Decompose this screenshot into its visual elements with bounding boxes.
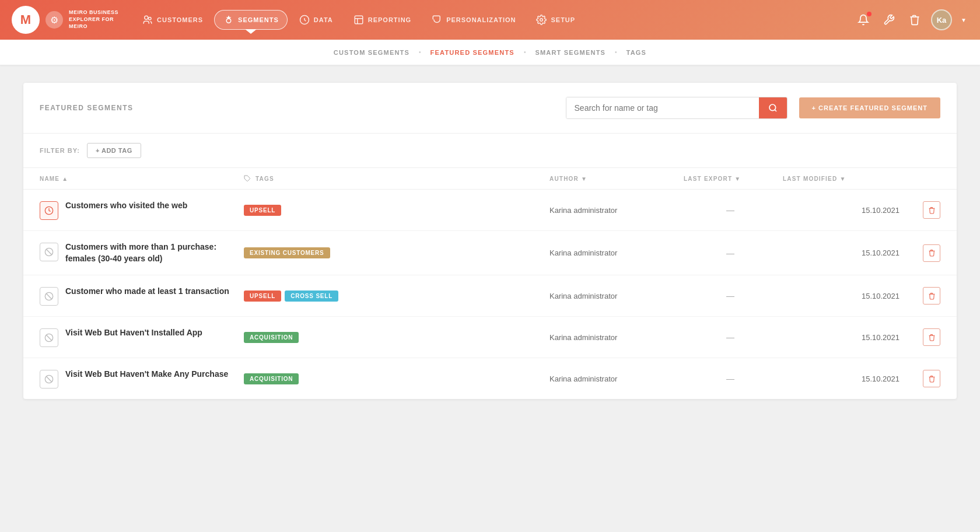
reporting-icon [353, 14, 365, 26]
tag-upsell[interactable]: UPSELL [244, 205, 281, 216]
row-icon-inactive [40, 243, 58, 261]
sub-nav-featured[interactable]: FEATURED SEGMENTS [426, 47, 519, 58]
svg-line-14 [46, 335, 51, 340]
author-sort-arrow: ▼ [581, 176, 587, 182]
col-header-author[interactable]: AUTHOR ▼ [550, 175, 678, 182]
delete-cell-5 [905, 370, 940, 387]
logo-gear-icon: ⚙ [46, 11, 63, 29]
tag-existing[interactable]: EXISTING CUSTOMERS [244, 247, 330, 258]
tag-acquisition-4[interactable]: ACQUISITION [244, 332, 299, 343]
svg-line-16 [46, 376, 51, 382]
modified-5: 15.10.2021 [783, 374, 900, 383]
modified-1: 15.10.2021 [783, 206, 900, 215]
tags-cell-3: UPSELL CROSS SELL [244, 290, 544, 302]
modified-2: 15.10.2021 [783, 249, 900, 257]
delete-button-5[interactable] [923, 370, 940, 387]
main-content: FEATURED SEGMENTS + CREATE FEATURED SEGM… [12, 65, 968, 416]
search-button[interactable] [759, 97, 787, 118]
add-tag-button[interactable]: + ADD TAG [87, 143, 141, 158]
svg-line-10 [46, 249, 51, 254]
table-row: Visit Web But Haven't Make Any Purchase … [23, 358, 957, 399]
table-header: NAME ▲ TAGS AUTHOR ▼ LAST EXPORT ▼ LAST … [23, 168, 957, 190]
svg-point-5 [540, 19, 543, 22]
col-header-actions [905, 175, 940, 182]
row-icon-inactive [40, 370, 58, 388]
tags-cell-1: UPSELL [244, 205, 544, 216]
search-box [566, 97, 788, 119]
wrench-icon[interactable] [880, 10, 898, 29]
col-header-last-modified[interactable]: LAST MODIFIED ▼ [783, 175, 900, 182]
export-4: — [684, 332, 777, 342]
trash-nav-icon[interactable] [905, 10, 924, 29]
sub-nav-dot-3: • [615, 49, 617, 55]
export-1: — [684, 205, 777, 215]
search-input[interactable] [566, 97, 759, 118]
row-icon-active [40, 201, 58, 220]
modified-sort-arrow: ▼ [839, 176, 846, 182]
tag-upsell-3[interactable]: UPSELL [244, 290, 281, 302]
table-row: Visit Web But Haven't Installed App ACQU… [23, 317, 957, 358]
tags-cell-2: EXISTING CUSTOMERS [244, 247, 544, 258]
row-name-3[interactable]: Customer who made at least 1 transaction [65, 286, 229, 298]
nav-item-segments[interactable]: SEGMENTS [214, 10, 288, 30]
delete-cell-1 [905, 201, 940, 219]
nav-item-reporting[interactable]: REPORTING [344, 10, 420, 30]
svg-point-6 [769, 104, 776, 111]
setup-icon [536, 14, 547, 26]
row-name-5[interactable]: Visit Web But Haven't Make Any Purchase [65, 369, 228, 380]
author-4: Karina administrator [550, 333, 678, 342]
row-name-2[interactable]: Customers with more than 1 purchase: fem… [65, 242, 238, 264]
delete-cell-3 [905, 287, 940, 304]
row-icon-inactive [40, 287, 58, 306]
table-row: Customers who visited the web UPSELL Kar… [23, 190, 957, 231]
delete-button-2[interactable] [923, 244, 940, 262]
modified-3: 15.10.2021 [783, 292, 900, 300]
table-row: Customers with more than 1 purchase: fem… [23, 231, 957, 275]
export-sort-arrow: ▼ [734, 176, 741, 182]
logo-area: M ⚙ MEIRO BUSINESS EXPLORER FOR MEIRO [12, 6, 128, 34]
tags-cell-4: ACQUISITION [244, 332, 544, 343]
svg-rect-4 [355, 16, 363, 24]
svg-point-1 [149, 18, 152, 20]
author-2: Karina administrator [550, 249, 678, 257]
modified-4: 15.10.2021 [783, 333, 900, 342]
author-1: Karina administrator [550, 206, 678, 215]
row-name-cell: Customers who visited the web [40, 200, 238, 220]
nav-item-customers[interactable]: CUSTOMERS [133, 10, 212, 30]
row-name-cell: Customer who made at least 1 transaction [40, 286, 238, 306]
tag-acquisition-5[interactable]: ACQUISITION [244, 373, 299, 384]
notification-icon[interactable] [854, 10, 873, 29]
row-name-4[interactable]: Visit Web But Haven't Installed App [65, 327, 202, 339]
logo-m[interactable]: M [12, 6, 40, 34]
segments-icon [223, 14, 235, 26]
create-featured-segment-button[interactable]: + CREATE FEATURED SEGMENT [799, 97, 940, 118]
sub-nav-smart[interactable]: SMART SEGMENTS [530, 47, 610, 58]
nav-right: Ka ▼ [854, 9, 968, 30]
user-avatar[interactable]: Ka [931, 9, 952, 30]
tag-crosssell[interactable]: CROSS SELL [285, 290, 338, 302]
col-header-name[interactable]: NAME ▲ [40, 175, 238, 182]
row-name-cell: Customers with more than 1 purchase: fem… [40, 242, 238, 264]
delete-cell-4 [905, 328, 940, 346]
col-header-last-export[interactable]: LAST EXPORT ▼ [684, 175, 777, 182]
delete-button-4[interactable] [923, 328, 940, 346]
row-name-cell: Visit Web But Haven't Make Any Purchase [40, 369, 238, 388]
row-name-1[interactable]: Customers who visited the web [65, 200, 187, 212]
customers-icon [142, 14, 153, 26]
table-row: Customer who made at least 1 transaction… [23, 275, 957, 317]
avatar-dropdown-icon[interactable]: ▼ [959, 10, 968, 29]
tags-cell-5: ACQUISITION [244, 373, 544, 384]
sub-nav-tags[interactable]: TAGS [622, 47, 652, 58]
logo-text: MEIRO BUSINESS EXPLORER FOR MEIRO [69, 9, 118, 30]
svg-point-0 [145, 16, 148, 19]
nav-item-data[interactable]: DATA [290, 10, 342, 30]
sub-nav-custom[interactable]: CUSTOM SEGMENTS [329, 47, 414, 58]
col-header-tags: TAGS [244, 175, 544, 182]
nav-items: CUSTOMERS SEGMENTS DATA [133, 10, 849, 30]
delete-button-3[interactable] [923, 287, 940, 304]
delete-button-1[interactable] [923, 201, 940, 219]
nav-item-personalization[interactable]: PERSONALIZATION [422, 10, 524, 30]
export-2: — [684, 249, 777, 258]
nav-item-setup[interactable]: SETUP [527, 10, 584, 30]
top-navigation: M ⚙ MEIRO BUSINESS EXPLORER FOR MEIRO CU… [0, 0, 980, 40]
